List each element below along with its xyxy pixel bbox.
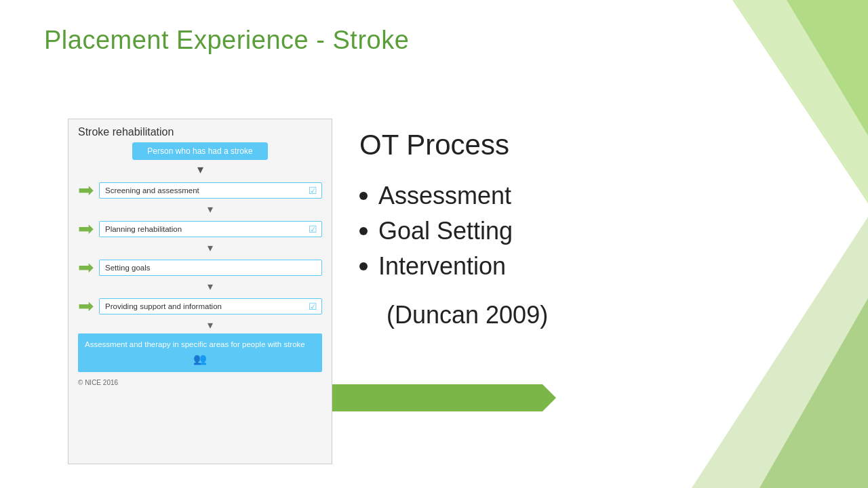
flow-row-planning: ➡ Planning rehabilitation ☑ — [78, 218, 322, 240]
check-icon-1: ☑ — [309, 185, 317, 196]
green-arrow-icon-3: ➡ — [78, 256, 94, 279]
flow-box-support-label: Providing support and information — [105, 302, 222, 310]
flow-box-screening-label: Screening and assessment — [105, 186, 199, 195]
bullet-label-intervention: Intervention — [378, 252, 506, 281]
arrow-down-5: ▾ — [98, 320, 322, 331]
check-icon-4: ☑ — [309, 301, 317, 312]
bg-triangle-1 — [732, 0, 868, 203]
top-box: Person who has had a stroke — [132, 142, 268, 160]
green-arrow-icon-1: ➡ — [78, 179, 94, 201]
green-arrow-icon-2: ➡ — [78, 218, 94, 240]
flow-box-screening: Screening and assessment ☑ — [99, 182, 322, 199]
arrow-down-4: ▾ — [98, 281, 322, 292]
bullet-item-intervention: Intervention — [359, 252, 753, 281]
flow-box-therapy-label: Assessment and therapy in specific areas… — [85, 340, 305, 348]
bullet-list: Assessment Goal Setting Intervention — [359, 182, 753, 281]
arrow-down-2: ▾ — [98, 204, 322, 215]
bg-triangle-4 — [760, 298, 868, 488]
flow-box-support: Providing support and information ☑ — [99, 298, 322, 314]
diagram-inner: Person who has had a stroke ▾ ➡ Screenin… — [68, 142, 332, 372]
diagram-panel: Stroke rehabilitation Person who has had… — [68, 119, 332, 464]
flow-row-screening: ➡ Screening and assessment ☑ — [78, 179, 322, 201]
bullet-item-assessment: Assessment — [359, 182, 753, 210]
copyright: © NICE 2016 — [68, 375, 332, 390]
flow-box-planning-label: Planning rehabilitation — [105, 225, 182, 233]
arrow-down-1: ▾ — [78, 163, 322, 176]
ot-process-heading: OT Process — [359, 129, 753, 161]
slide-title: Placement Experience - Stroke — [44, 26, 409, 55]
flow-row-goals: ➡ Setting goals — [78, 256, 322, 279]
bullet-item-goal-setting: Goal Setting — [359, 217, 753, 245]
bullet-dot-goal-setting — [359, 227, 368, 235]
citation: (Duncan 2009) — [387, 301, 753, 329]
flow-box-planning: Planning rehabilitation ☑ — [99, 221, 322, 237]
bullet-dot-assessment — [359, 192, 368, 200]
bullet-dot-intervention — [359, 262, 368, 270]
flow-row-support: ➡ Providing support and information ☑ — [78, 295, 322, 317]
green-arrow-icon-4: ➡ — [78, 295, 94, 317]
bg-triangle-2 — [787, 0, 868, 136]
bullet-label-goal-setting: Goal Setting — [378, 217, 513, 245]
green-wide-arrow — [332, 384, 542, 411]
flow-box-therapy: Assessment and therapy in specific areas… — [78, 333, 322, 372]
arrow-down-3: ▾ — [98, 243, 322, 253]
bullet-label-assessment: Assessment — [378, 182, 511, 210]
flow-row-therapy: Assessment and therapy in specific areas… — [78, 333, 322, 372]
check-icon-2: ☑ — [309, 224, 317, 235]
diagram-title: Stroke rehabilitation — [68, 119, 332, 142]
flow-box-goals: Setting goals — [99, 260, 322, 276]
content-panel: OT Process Assessment Goal Setting Inter… — [359, 129, 753, 329]
flow-box-goals-label: Setting goals — [105, 264, 151, 272]
slide-container: Placement Experience - Stroke Stroke reh… — [0, 0, 868, 488]
